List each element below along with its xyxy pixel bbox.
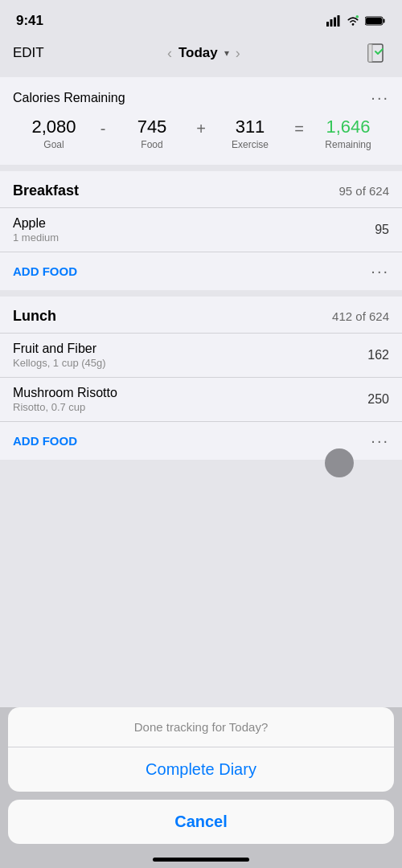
complete-diary-card: Done tracking for Today? Complete Diary: [8, 707, 394, 792]
next-day-button[interactable]: ›: [236, 45, 240, 62]
equals-operator: =: [291, 117, 307, 138]
goal-value: 2,080: [31, 117, 76, 137]
lunch-food-item-1[interactable]: Mushroom Risotto Risotto, 0.7 cup 250: [0, 377, 402, 421]
calories-more-button[interactable]: ···: [371, 88, 389, 107]
breakfast-food-cals-0: 95: [375, 223, 389, 237]
breakfast-header: Breakfast 95 of 624: [0, 171, 402, 207]
svg-rect-0: [326, 22, 329, 27]
bottom-overlay: Done tracking for Today? Complete Diary …: [0, 707, 402, 868]
lunch-food-cals-0: 162: [367, 348, 389, 362]
calories-title: Calories Remaining: [13, 91, 125, 105]
sheet-message: Done tracking for Today?: [8, 707, 394, 747]
breakfast-more-button[interactable]: ···: [371, 262, 389, 280]
lunch-calories-info: 412 of 624: [332, 309, 389, 323]
breakfast-food-name-0: Apple: [13, 216, 59, 231]
status-bar: 9:41: [0, 0, 402, 35]
food-value: 745: [137, 117, 167, 137]
remaining-value: 1,646: [326, 117, 370, 137]
food-label: Food: [141, 139, 162, 150]
calories-header: Calories Remaining ···: [13, 88, 389, 107]
nav-bar: EDIT ‹ Today ▾ ›: [0, 35, 402, 71]
swipe-handle: [325, 448, 354, 477]
breakfast-calories-info: 95 of 624: [338, 184, 389, 198]
exercise-value: 311: [236, 117, 265, 137]
cancel-button[interactable]: Cancel: [8, 800, 394, 844]
lunch-title: Lunch: [13, 308, 56, 325]
lunch-add-food-button[interactable]: ADD FOOD: [13, 434, 77, 448]
signal-icon: [326, 15, 341, 27]
calories-row: 2,080 Goal - 745 Food + 311 Exercise = 1…: [13, 117, 389, 150]
home-indicator: [153, 858, 249, 862]
lunch-food-desc-0: Kellogs, 1 cup (45g): [13, 357, 106, 369]
remaining-label: Remaining: [325, 139, 371, 150]
status-time: 9:41: [16, 13, 43, 29]
lunch-header: Lunch 412 of 624: [0, 297, 402, 333]
remaining-item: 1,646 Remaining: [307, 117, 389, 150]
breakfast-section: Breakfast 95 of 624 Apple 1 medium 95 AD…: [0, 171, 402, 290]
bottom-sheet: Done tracking for Today? Complete Diary …: [0, 707, 402, 844]
wifi-icon: [346, 15, 360, 27]
calories-section: Calories Remaining ··· 2,080 Goal - 745 …: [0, 77, 402, 165]
lunch-food-name-0: Fruit and Fiber: [13, 342, 106, 356]
lunch-food-name-1: Mushroom Risotto: [13, 386, 117, 400]
nav-today-title: Today: [178, 45, 218, 61]
status-icons: [326, 15, 386, 27]
svg-point-5: [356, 15, 359, 18]
food-item-cal: 745 Food: [111, 117, 193, 150]
breakfast-add-food-row[interactable]: ADD FOOD ···: [0, 252, 402, 290]
svg-rect-2: [334, 18, 336, 27]
lunch-food-info-1: Mushroom Risotto Risotto, 0.7 cup: [13, 386, 117, 413]
nav-dropdown-icon[interactable]: ▾: [224, 47, 229, 59]
goal-item: 2,080 Goal: [13, 117, 95, 150]
edit-button[interactable]: EDIT: [13, 45, 44, 61]
lunch-food-cals-1: 250: [367, 392, 389, 407]
lunch-food-item-0[interactable]: Fruit and Fiber Kellogs, 1 cup (45g) 162: [0, 333, 402, 377]
battery-icon: [365, 15, 386, 27]
lunch-section: Lunch 412 of 624 Fruit and Fiber Kellogs…: [0, 297, 402, 460]
svg-point-4: [352, 23, 355, 26]
minus-operator: -: [95, 117, 111, 138]
breakfast-food-info-0: Apple 1 medium: [13, 216, 59, 244]
breakfast-title: Breakfast: [13, 182, 79, 199]
exercise-label: Exercise: [232, 139, 269, 150]
goal-label: Goal: [43, 139, 64, 150]
diary-icon-button[interactable]: [363, 40, 389, 66]
prev-day-button[interactable]: ‹: [167, 45, 172, 62]
svg-rect-10: [368, 44, 372, 62]
plus-operator: +: [193, 117, 209, 138]
svg-rect-1: [330, 19, 333, 27]
breakfast-add-food-button[interactable]: ADD FOOD: [13, 264, 77, 278]
breakfast-food-desc-0: 1 medium: [13, 231, 59, 244]
complete-diary-button[interactable]: Complete Diary: [8, 747, 394, 792]
lunch-food-desc-1: Risotto, 0.7 cup: [13, 401, 117, 413]
diary-book-icon: [365, 42, 388, 64]
nav-center: ‹ Today ▾ ›: [167, 45, 240, 62]
svg-rect-8: [366, 18, 382, 24]
lunch-more-button[interactable]: ···: [371, 432, 389, 450]
breakfast-food-item-0[interactable]: Apple 1 medium 95: [0, 207, 402, 252]
svg-rect-3: [338, 15, 340, 27]
exercise-item: 311 Exercise: [209, 117, 291, 150]
svg-rect-7: [384, 19, 385, 23]
lunch-food-info-0: Fruit and Fiber Kellogs, 1 cup (45g): [13, 342, 106, 369]
